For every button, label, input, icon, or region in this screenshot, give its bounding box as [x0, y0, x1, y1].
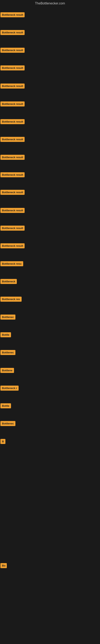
bottleneck-item[interactable]: Bottlenec — [0, 421, 15, 427]
bottleneck-item[interactable]: Bottlenec — [0, 314, 15, 320]
bottleneck-badge[interactable]: Bottleneck result — [0, 12, 25, 17]
bottleneck-badge[interactable]: Bottleneck result — [0, 48, 25, 53]
bottleneck-badge[interactable]: Bottlene — [0, 368, 14, 373]
bottleneck-item[interactable]: Bottlenec — [0, 350, 15, 356]
bottleneck-item[interactable]: Bottle — [0, 332, 11, 338]
bottleneck-item[interactable]: Bottlene — [0, 368, 14, 374]
bottleneck-badge[interactable]: Bottlenec — [0, 314, 15, 320]
bottleneck-badge[interactable]: Bottleneck result — [0, 208, 25, 213]
bottleneck-badge[interactable]: Bottle — [0, 332, 11, 337]
bottleneck-badge[interactable]: Bottleneck result — [0, 84, 25, 88]
bottleneck-badge[interactable]: Bottleneck result — [0, 172, 25, 177]
items-container: Bottleneck resultBottleneck resultBottle… — [0, 7, 100, 644]
bottleneck-item[interactable]: B — [0, 439, 5, 445]
bottleneck-badge[interactable]: Bottlenec — [0, 350, 15, 355]
bottleneck-badge[interactable]: Bottleneck r — [0, 386, 19, 391]
bottleneck-item[interactable]: Bottleneck — [0, 279, 17, 285]
bottleneck-item[interactable]: Bottleneck result — [0, 190, 25, 196]
site-header: TheBottlenecker.com — [0, 0, 100, 7]
bottleneck-item[interactable]: Bottleneck r — [0, 386, 19, 392]
bottleneck-item[interactable]: Bottleneck result — [0, 137, 25, 143]
bottleneck-item[interactable]: Bottleneck result — [0, 155, 25, 160]
bottleneck-item[interactable]: Bottleneck result — [0, 30, 25, 36]
bottleneck-item[interactable]: Bottleneck result — [0, 208, 25, 214]
bottleneck-item[interactable]: Bottleneck result — [0, 243, 25, 249]
bottleneck-item[interactable]: Bottleneck res — [0, 297, 22, 302]
bottleneck-item[interactable]: Bottleneck result — [0, 102, 25, 107]
bottleneck-badge[interactable]: Bottleneck result — [0, 243, 25, 248]
bottleneck-badge[interactable]: Bottleneck result — [0, 137, 25, 142]
bottleneck-item[interactable]: Bottleneck result — [0, 226, 25, 232]
bottleneck-item[interactable]: Bottle — [0, 403, 11, 409]
bottleneck-badge[interactable]: Bottleneck result — [0, 119, 25, 124]
bottleneck-badge[interactable]: Bottleneck result — [0, 155, 25, 160]
bottleneck-badge[interactable]: B — [0, 439, 5, 444]
bottleneck-item[interactable]: Bottleneck result — [0, 119, 25, 125]
site-title: TheBottlenecker.com — [0, 0, 100, 7]
bottleneck-badge[interactable]: Bottleneck result — [0, 226, 25, 231]
bottleneck-item[interactable]: Bottleneck result — [0, 48, 25, 54]
bottleneck-item[interactable]: Bottleneck resu — [0, 261, 23, 267]
bottleneck-badge[interactable]: Bottle — [0, 403, 11, 408]
bottleneck-badge[interactable]: Bottleneck result — [0, 66, 25, 70]
bottleneck-item[interactable]: Bottleneck result — [0, 12, 25, 18]
bottleneck-badge[interactable]: Bottleneck res — [0, 297, 22, 302]
bottleneck-badge[interactable]: Bottleneck result — [0, 102, 25, 106]
bottleneck-item[interactable]: Bottleneck result — [0, 66, 25, 71]
bottleneck-item[interactable]: Bottleneck result — [0, 172, 25, 178]
bottleneck-item[interactable]: Bo — [0, 563, 7, 569]
bottleneck-item[interactable]: Bottleneck result — [0, 84, 25, 89]
bottleneck-badge[interactable]: Bottleneck result — [0, 190, 25, 195]
bottleneck-badge[interactable]: Bo — [0, 563, 7, 568]
bottleneck-badge[interactable]: Bottleneck result — [0, 30, 25, 35]
bottleneck-badge[interactable]: Bottleneck resu — [0, 261, 23, 266]
bottleneck-badge[interactable]: Bottleneck — [0, 279, 17, 284]
bottleneck-badge[interactable]: Bottlenec — [0, 421, 15, 426]
